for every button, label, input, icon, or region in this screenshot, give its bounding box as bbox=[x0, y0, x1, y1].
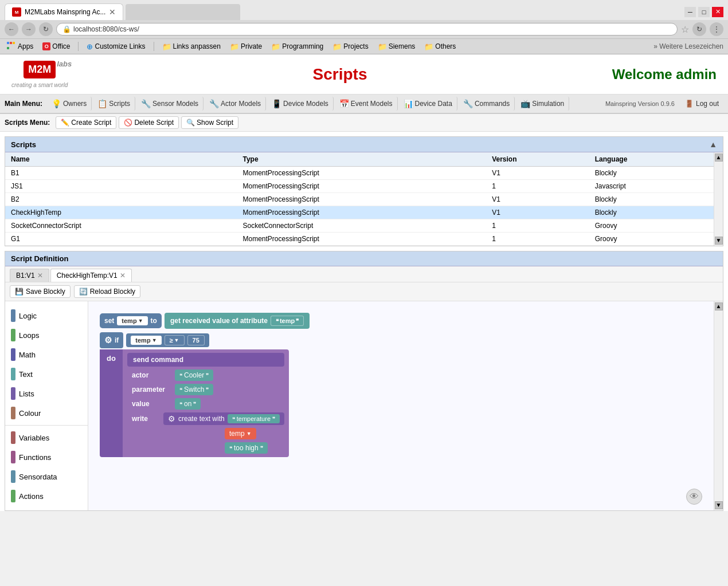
menu-button[interactable]: ⋮ bbox=[710, 22, 723, 36]
delete-script-button[interactable]: 🚫 Delete Script bbox=[119, 116, 179, 129]
nav-simulation[interactable]: 📺 Simulation bbox=[516, 97, 569, 111]
compare-block[interactable]: temp ▼ ≥ ▼ 75 bbox=[126, 333, 209, 347]
table-row[interactable]: CheckHighTempMomentProcessingScriptV1Blo… bbox=[5, 206, 714, 219]
toolbox-functions[interactable]: Functions bbox=[5, 447, 88, 467]
reload-blockly-label: Reload Blockly bbox=[90, 288, 135, 296]
collapse-button[interactable]: ▲ bbox=[709, 140, 717, 149]
toolbox-variables[interactable]: Variables bbox=[5, 428, 88, 447]
attribute-value-block[interactable]: ❝ temp ❞ bbox=[271, 316, 304, 326]
table-scrollbar[interactable]: ▲ ▼ bbox=[714, 152, 723, 246]
temp-var-dropdown[interactable]: temp ▼ bbox=[117, 316, 147, 325]
compare-op-dropdown[interactable]: ≥ ▼ bbox=[165, 335, 185, 345]
temp-ref-block[interactable]: temp ▼ bbox=[225, 428, 256, 439]
table-row[interactable]: SocketConnectorScriptSocketConnectorScri… bbox=[5, 219, 714, 233]
create-script-button[interactable]: ✏️ Create Script bbox=[56, 116, 116, 129]
gear-icon[interactable]: ⚙ bbox=[104, 335, 112, 345]
if-var-dropdown[interactable]: temp ▼ bbox=[131, 336, 161, 345]
table-row[interactable]: B2MomentProcessingScriptV1Blockly bbox=[5, 193, 714, 206]
table-row[interactable]: B1MomentProcessingScriptV1Blockly bbox=[5, 167, 714, 180]
extensions-button[interactable]: ↻ bbox=[692, 22, 706, 36]
cell-type: MomentProcessingScript bbox=[237, 167, 486, 180]
canvas-scrollbar[interactable]: ▲ ▼ bbox=[714, 301, 723, 510]
browser-tab[interactable]: M M2MLabs Mainspring Ac... ✕ bbox=[5, 3, 123, 20]
toolbox-logic[interactable]: Logic bbox=[5, 306, 88, 325]
tab-checkhightemp[interactable]: CheckHighTemp:V1 ✕ bbox=[50, 269, 132, 282]
cell-version: 1 bbox=[486, 219, 589, 233]
back-button[interactable]: ← bbox=[5, 22, 18, 36]
edge-icon: ⊕ bbox=[87, 42, 93, 51]
tab-checkhightemp-close[interactable]: ✕ bbox=[120, 272, 126, 280]
bookmark-office[interactable]: O Office bbox=[40, 41, 72, 52]
address-box[interactable]: 🔒 localhost:8080/cs-ws/ bbox=[56, 23, 678, 36]
parameter-value-block[interactable]: ❝ Switch ❞ bbox=[175, 384, 213, 395]
canvas-scroll-up[interactable]: ▲ bbox=[715, 302, 723, 310]
too-high-block[interactable]: ❝ too high ❞ bbox=[225, 442, 268, 454]
scroll-up-button[interactable]: ▲ bbox=[715, 154, 723, 162]
toolbox-sensordata[interactable]: Sensordata bbox=[5, 467, 88, 486]
get-received-value-block[interactable]: get received value of attribute ❝ temp ❞ bbox=[165, 313, 310, 329]
write-block[interactable]: ⚙ create text with ❝ temperature ❞ bbox=[163, 412, 284, 425]
logic-color bbox=[11, 309, 15, 322]
reload-blockly-button[interactable]: 🔄 Reload Blockly bbox=[74, 285, 140, 298]
table-row[interactable]: G1MomentProcessingScript1Groovy bbox=[5, 233, 714, 246]
canvas-scroll-down[interactable]: ▼ bbox=[715, 501, 723, 509]
bookmark-private[interactable]: 📁 Private bbox=[228, 41, 264, 52]
bookmark-others[interactable]: 📁 Others bbox=[422, 41, 458, 52]
tab-b1v1-close[interactable]: ✕ bbox=[37, 272, 43, 280]
minimize-button[interactable]: ─ bbox=[684, 7, 696, 17]
nav-simulation-label: Simulation bbox=[532, 100, 564, 108]
compare-val-block[interactable]: 75 bbox=[187, 335, 205, 345]
nav-device-data[interactable]: 📊 Device Data bbox=[399, 97, 457, 111]
reload-button[interactable]: ↻ bbox=[39, 22, 53, 36]
save-blockly-button[interactable]: 💾 Save Blockly bbox=[10, 285, 71, 298]
nav-commands[interactable]: 🔧 Commands bbox=[459, 97, 515, 111]
nav-actor-models[interactable]: 🔧 Actor Models bbox=[205, 97, 266, 111]
bookmark-programming[interactable]: 📁 Programming bbox=[269, 41, 326, 52]
toolbox-text[interactable]: Text bbox=[5, 364, 88, 384]
value-value-block[interactable]: ❝ on ❞ bbox=[175, 398, 201, 410]
close-button[interactable]: ✕ bbox=[712, 7, 723, 17]
bookmark-button[interactable]: ☆ bbox=[681, 24, 689, 35]
str1-block[interactable]: ❝ temperature ❞ bbox=[228, 414, 280, 423]
bookmark-links-anpassen[interactable]: 📁 Links anpassen bbox=[160, 41, 223, 52]
nav-owners[interactable]: 💡 Owners bbox=[47, 97, 92, 111]
if-block[interactable]: ⚙ if bbox=[100, 332, 123, 348]
nav-scripts[interactable]: 📋 Scripts bbox=[93, 97, 135, 111]
bookmark-siemens[interactable]: 📁 Siemens bbox=[375, 41, 418, 52]
nav-sensor-models[interactable]: 🔧 Sensor Models bbox=[136, 97, 203, 111]
actor-row: actor ❝ Cooler ❞ bbox=[127, 369, 284, 381]
zoom-in-button[interactable]: 👁 bbox=[686, 489, 702, 505]
toolbox-colour[interactable]: Colour bbox=[5, 403, 88, 423]
actor-value-block[interactable]: ❝ Cooler ❞ bbox=[175, 369, 213, 381]
quote-close1: ❞ bbox=[296, 318, 299, 324]
write-gear-icon[interactable]: ⚙ bbox=[168, 414, 175, 423]
cell-language: Groovy bbox=[589, 233, 714, 246]
parameter-row: parameter ❝ Switch ❞ bbox=[127, 384, 284, 395]
tab-close-button[interactable]: ✕ bbox=[109, 7, 116, 17]
nav-event-models[interactable]: 📅 Event Models bbox=[335, 97, 398, 111]
toolbox-loops[interactable]: Loops bbox=[5, 325, 88, 345]
scroll-down-button[interactable]: ▼ bbox=[715, 237, 723, 245]
maximize-button[interactable]: □ bbox=[698, 7, 710, 17]
toolbox-lists-label: Lists bbox=[19, 390, 34, 398]
bookmark-projects[interactable]: 📁 Projects bbox=[330, 41, 370, 52]
bookmark-apps[interactable]: Apps bbox=[5, 41, 36, 52]
more-bookmarks[interactable]: » Weitere Lesezeichen bbox=[653, 42, 723, 50]
save-blockly-label: Save Blockly bbox=[26, 288, 65, 296]
toolbox-actions[interactable]: Actions bbox=[5, 486, 88, 506]
show-script-button[interactable]: 🔍 Show Script bbox=[181, 116, 238, 129]
toolbox-math[interactable]: Math bbox=[5, 345, 88, 364]
send-command-block[interactable]: send command bbox=[127, 353, 284, 367]
table-row[interactable]: JS1MomentProcessingScript1Javascript bbox=[5, 180, 714, 193]
nav-device-models[interactable]: 📱 Device Models bbox=[267, 97, 334, 111]
tab-b1v1[interactable]: B1:V1 ✕ bbox=[10, 269, 49, 282]
nav-logout-button[interactable]: 🚪 Log out bbox=[680, 97, 723, 110]
toolbox-functions-label: Functions bbox=[19, 453, 51, 462]
set-block[interactable]: set temp ▼ to bbox=[100, 313, 162, 328]
forward-button[interactable]: → bbox=[22, 22, 36, 36]
quote-close2: ❞ bbox=[206, 372, 209, 379]
bookmark-customize[interactable]: ⊕ Customize Links bbox=[84, 41, 147, 52]
too-high-row: ❝ too high ❞ bbox=[127, 442, 284, 454]
blockly-canvas[interactable]: set temp ▼ to get received value of attr… bbox=[88, 301, 714, 510]
toolbox-lists[interactable]: Lists bbox=[5, 384, 88, 403]
